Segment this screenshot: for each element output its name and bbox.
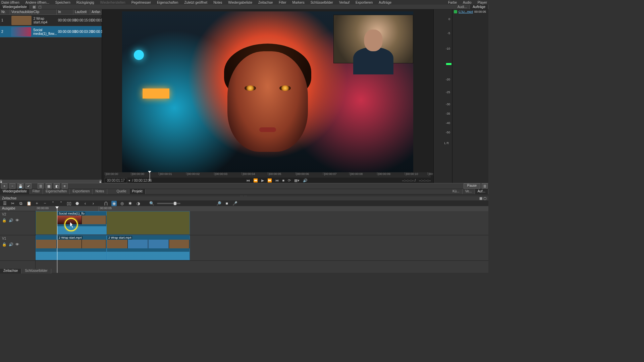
record-vo-icon[interactable]: 🎤 [232,201,237,206]
timeline-clip[interactable]: 2 Wrap start.mp4 [57,235,107,260]
tab-jobs-running[interactable]: Auf... [475,189,488,194]
tab-properties[interactable]: Eigenschaften [43,189,70,194]
pause-button[interactable]: Pause [464,183,480,189]
tracks-area[interactable]: 00:00:00 00:00:05 Social media(1)_flo 2 … [36,206,488,273]
extract-icon[interactable]: ˅ [58,201,64,206]
menu-filter[interactable]: Filter [279,1,286,4]
track-v1[interactable]: 2 Wrap start.mp4 2 Wrap start.mp4 [36,235,488,261]
playlist-close-icon[interactable]: ▢ [36,5,41,9]
jobs-menu-icon[interactable]: ☰ [482,183,488,189]
tab-export[interactable]: Exportieren [70,189,93,194]
hide-icon[interactable]: 👁 [15,218,19,223]
marker-icon[interactable]: ⬣ [74,201,80,206]
cut-icon[interactable]: ✂ [10,201,15,206]
tab-jobs-history[interactable]: Ve... [463,189,475,194]
tab-jobs-queue[interactable]: Kü... [450,189,463,194]
track-v2[interactable]: Social media(1)_flo [36,211,488,235]
menu-jobs[interactable]: Aufträge [379,1,391,4]
view-list-icon[interactable]: ≡ [62,183,68,189]
tab-jobs[interactable]: Aufträge [470,5,488,9]
timeline-playhead[interactable] [57,206,57,273]
view-details-icon[interactable]: ☰ [38,183,44,189]
tab-playlist-b[interactable]: Wiedergabeliste [0,189,30,194]
col-nr[interactable]: Nr. [0,9,10,14]
menu-playlist[interactable]: Wiedergabeliste [228,1,252,4]
track-header-v2[interactable]: V2 🔒 🔊 👁 [0,211,35,235]
snap-icon[interactable]: ⋂ [103,201,109,206]
menu-save[interactable]: Speichern [55,1,70,4]
save-icon[interactable]: 💾 [17,183,23,189]
skip-end-icon[interactable]: ⏭ [275,178,279,183]
track-header-v1[interactable]: V1 🔒 🔊 👁 [0,235,35,261]
hide-icon[interactable]: 👁 [15,242,19,247]
grid-icon[interactable]: ▦▾ [294,178,300,183]
output-row[interactable]: Ausgabe [0,206,35,211]
rewind-icon[interactable]: ⏪ [253,178,258,183]
menu-open[interactable]: Datei öffnen [1,1,19,4]
playlist-menu-icon[interactable]: ▦ [30,5,36,9]
timeline-clip[interactable] [36,235,57,260]
menu-export[interactable]: Exportieren [356,1,373,4]
apply-icon[interactable]: ✔ [25,183,32,189]
current-timecode[interactable]: 00:00:01:17 [105,178,127,183]
ripple-mkr-icon[interactable]: ◑ [136,201,141,206]
menu-audio[interactable]: Audio [463,1,472,4]
zoom-stop-icon[interactable]: ■ [224,201,229,206]
col-in[interactable]: In [57,9,73,14]
play-icon[interactable]: ▶ [261,178,264,183]
split-icon[interactable]: ▯▯ [66,201,72,206]
picture-in-picture[interactable] [333,15,413,63]
mute-icon[interactable]: 🔊 [9,218,13,223]
tab-notes[interactable]: Notes [93,189,107,194]
job-file-link[interactable]: C:\U...mp4 [459,10,473,13]
menu-timeline[interactable]: Zeitachse [258,1,273,4]
ripple-icon[interactable]: ◎ [119,201,125,206]
playlist-hscroll[interactable]: ◂ ▸ [0,180,102,183]
tab-source[interactable]: Quelle [114,189,129,194]
menu-properties[interactable]: Eigenschaften [157,1,178,4]
zoom-out-icon[interactable]: 🔍 [149,201,154,206]
stop-icon[interactable]: ■ [282,178,285,183]
tab-filter[interactable]: Filter [30,189,43,194]
minus-icon[interactable]: － [42,201,48,206]
tab-playlist[interactable]: Wiedergabeliste [0,5,30,9]
video-preview[interactable] [122,11,413,172]
lift-icon[interactable]: ˄ [50,201,56,206]
view-icons-icon[interactable]: ◧ [54,183,60,189]
menu-notes[interactable]: Notes [213,1,222,4]
remove-icon[interactable]: － [9,183,15,189]
timeline-menu-icon[interactable]: ▦ ▢ [479,196,486,200]
job-row[interactable]: C:\U...mp4 00:00:05 [452,9,488,14]
plus-icon[interactable]: ＋ [34,201,40,206]
col-clip[interactable]: Clip [32,9,57,14]
zoom-slider[interactable] [157,203,180,204]
playlist-row[interactable]: 2 Social media(1)_flow... 00:00:00:00 00… [0,26,102,38]
col-start[interactable]: Anfan [90,9,102,14]
paste-icon[interactable]: 📋 [26,201,32,206]
timeline-clip[interactable]: Social media(1)_flo [57,211,107,235]
timeline-clip[interactable]: 2 Wrap start.mp4 [107,235,190,260]
menu-markers[interactable]: Markers [292,1,305,4]
menu-meter[interactable]: Pegelmesser [131,1,151,4]
menu-undo[interactable]: Rückgängig [76,1,94,4]
copy-icon[interactable]: ⧉ [18,201,23,206]
fastfwd-icon[interactable]: ⏩ [267,178,272,183]
menu-keyframes[interactable]: Schlüsselbilder [311,1,333,4]
col-dur[interactable]: Laufzeit [73,9,90,14]
menu-player[interactable]: Player [478,1,487,4]
col-thumb[interactable]: Vorschaubilder [10,9,32,14]
mute-icon[interactable]: 🔊 [9,242,13,247]
add-icon[interactable]: ＋ [1,183,7,189]
timeline-ruler[interactable]: 00:00:00 00:00:05 [36,206,488,211]
scrub-icon[interactable]: ◉ [111,201,117,206]
view-tiles-icon[interactable]: ▦ [46,183,52,189]
lock-icon[interactable]: 🔒 [2,242,7,247]
menu-recent[interactable]: Zuletzt geöffnet [184,1,207,4]
tab-project[interactable]: Projekt [129,189,146,194]
next-icon[interactable]: › [91,201,96,206]
tl-menu-icon[interactable]: ☰ [2,201,7,206]
menu-open-other[interactable]: Andere öffnen... [25,1,49,4]
preview-playhead[interactable] [150,172,150,181]
ripple-all-icon[interactable]: ✱ [127,201,133,206]
volume-icon[interactable]: 🔊 [303,178,308,183]
